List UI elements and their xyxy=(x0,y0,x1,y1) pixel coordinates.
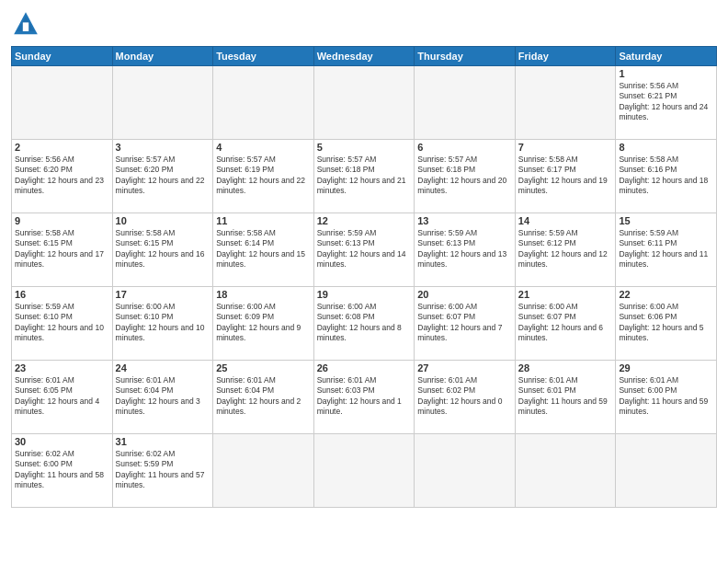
day-number: 31 xyxy=(116,436,210,447)
calendar-cell xyxy=(515,66,616,140)
calendar-cell: 28Sunrise: 6:01 AM Sunset: 6:01 PM Dayli… xyxy=(515,361,616,434)
day-number: 2 xyxy=(15,142,109,153)
calendar-week-row: 9Sunrise: 5:58 AM Sunset: 6:15 PM Daylig… xyxy=(12,213,717,287)
page: SundayMondayTuesdayWednesdayThursdayFrid… xyxy=(0,0,728,563)
weekday-header: Sunday xyxy=(12,47,113,66)
day-number: 7 xyxy=(518,142,613,153)
day-number: 24 xyxy=(116,362,210,373)
calendar-cell: 14Sunrise: 5:59 AM Sunset: 6:12 PM Dayli… xyxy=(515,213,616,287)
day-number: 27 xyxy=(417,362,512,373)
calendar-cell: 30Sunrise: 6:02 AM Sunset: 6:00 PM Dayli… xyxy=(12,434,113,508)
day-number: 23 xyxy=(15,362,109,373)
calendar-cell: 6Sunrise: 5:57 AM Sunset: 6:18 PM Daylig… xyxy=(415,140,516,213)
day-info: Sunrise: 6:00 AM Sunset: 6:08 PM Dayligh… xyxy=(317,302,412,344)
day-info: Sunrise: 5:57 AM Sunset: 6:20 PM Dayligh… xyxy=(116,155,210,197)
day-number: 28 xyxy=(518,362,613,373)
day-info: Sunrise: 5:58 AM Sunset: 6:15 PM Dayligh… xyxy=(15,228,109,270)
calendar-week-row: 1Sunrise: 5:56 AM Sunset: 6:21 PM Daylig… xyxy=(12,66,717,140)
calendar-cell xyxy=(415,66,516,140)
header xyxy=(11,9,717,39)
calendar-cell xyxy=(112,66,213,140)
weekday-header: Tuesday xyxy=(213,47,314,66)
calendar-week-row: 16Sunrise: 5:59 AM Sunset: 6:10 PM Dayli… xyxy=(12,287,717,361)
day-info: Sunrise: 5:57 AM Sunset: 6:19 PM Dayligh… xyxy=(216,155,311,197)
day-number: 30 xyxy=(15,436,109,447)
day-number: 6 xyxy=(417,142,512,153)
calendar-cell: 17Sunrise: 6:00 AM Sunset: 6:10 PM Dayli… xyxy=(112,287,213,361)
day-number: 21 xyxy=(518,289,613,300)
day-number: 22 xyxy=(619,289,713,300)
day-number: 1 xyxy=(619,68,713,79)
calendar-cell: 23Sunrise: 6:01 AM Sunset: 6:05 PM Dayli… xyxy=(12,361,113,434)
calendar: SundayMondayTuesdayWednesdayThursdayFrid… xyxy=(11,46,717,508)
day-info: Sunrise: 6:00 AM Sunset: 6:07 PM Dayligh… xyxy=(518,302,613,344)
day-info: Sunrise: 6:02 AM Sunset: 6:00 PM Dayligh… xyxy=(15,449,109,491)
calendar-cell: 25Sunrise: 6:01 AM Sunset: 6:04 PM Dayli… xyxy=(213,361,314,434)
day-number: 10 xyxy=(116,215,210,226)
day-number: 19 xyxy=(317,289,412,300)
calendar-cell: 22Sunrise: 6:00 AM Sunset: 6:06 PM Dayli… xyxy=(616,287,717,361)
calendar-cell: 1Sunrise: 5:56 AM Sunset: 6:21 PM Daylig… xyxy=(616,66,717,140)
day-number: 18 xyxy=(216,289,311,300)
day-info: Sunrise: 5:57 AM Sunset: 6:18 PM Dayligh… xyxy=(417,155,512,197)
logo-icon xyxy=(11,9,40,39)
calendar-cell: 19Sunrise: 6:00 AM Sunset: 6:08 PM Dayli… xyxy=(313,287,415,361)
day-number: 4 xyxy=(216,142,311,153)
calendar-cell: 18Sunrise: 6:00 AM Sunset: 6:09 PM Dayli… xyxy=(213,287,314,361)
day-info: Sunrise: 5:59 AM Sunset: 6:11 PM Dayligh… xyxy=(619,228,713,270)
day-number: 14 xyxy=(518,215,613,226)
svg-rect-2 xyxy=(23,22,28,31)
weekday-header-row: SundayMondayTuesdayWednesdayThursdayFrid… xyxy=(12,47,717,66)
calendar-cell: 15Sunrise: 5:59 AM Sunset: 6:11 PM Dayli… xyxy=(616,213,717,287)
calendar-cell: 4Sunrise: 5:57 AM Sunset: 6:19 PM Daylig… xyxy=(213,140,314,213)
day-number: 20 xyxy=(417,289,512,300)
calendar-cell: 21Sunrise: 6:00 AM Sunset: 6:07 PM Dayli… xyxy=(515,287,616,361)
day-info: Sunrise: 6:02 AM Sunset: 5:59 PM Dayligh… xyxy=(116,449,210,491)
day-number: 13 xyxy=(417,215,512,226)
day-info: Sunrise: 5:59 AM Sunset: 6:12 PM Dayligh… xyxy=(518,228,613,270)
day-info: Sunrise: 6:01 AM Sunset: 6:02 PM Dayligh… xyxy=(417,375,512,418)
calendar-cell: 27Sunrise: 6:01 AM Sunset: 6:02 PM Dayli… xyxy=(415,361,516,434)
day-info: Sunrise: 5:56 AM Sunset: 6:21 PM Dayligh… xyxy=(619,81,713,123)
weekday-header: Monday xyxy=(112,47,213,66)
calendar-cell: 10Sunrise: 5:58 AM Sunset: 6:15 PM Dayli… xyxy=(112,213,213,287)
day-info: Sunrise: 5:58 AM Sunset: 6:15 PM Dayligh… xyxy=(116,228,210,270)
day-info: Sunrise: 6:00 AM Sunset: 6:06 PM Dayligh… xyxy=(619,302,713,344)
calendar-cell xyxy=(313,66,415,140)
logo xyxy=(11,9,44,39)
day-info: Sunrise: 5:58 AM Sunset: 6:16 PM Dayligh… xyxy=(619,155,713,197)
day-info: Sunrise: 5:58 AM Sunset: 6:14 PM Dayligh… xyxy=(216,228,311,270)
calendar-cell: 8Sunrise: 5:58 AM Sunset: 6:16 PM Daylig… xyxy=(616,140,717,213)
day-info: Sunrise: 5:59 AM Sunset: 6:13 PM Dayligh… xyxy=(417,228,512,270)
day-number: 25 xyxy=(216,362,311,373)
day-number: 9 xyxy=(15,215,109,226)
day-info: Sunrise: 5:59 AM Sunset: 6:13 PM Dayligh… xyxy=(317,228,412,270)
calendar-week-row: 23Sunrise: 6:01 AM Sunset: 6:05 PM Dayli… xyxy=(12,361,717,434)
day-number: 17 xyxy=(116,289,210,300)
calendar-cell: 20Sunrise: 6:00 AM Sunset: 6:07 PM Dayli… xyxy=(415,287,516,361)
calendar-cell xyxy=(12,66,113,140)
calendar-cell: 13Sunrise: 5:59 AM Sunset: 6:13 PM Dayli… xyxy=(415,213,516,287)
calendar-cell: 29Sunrise: 6:01 AM Sunset: 6:00 PM Dayli… xyxy=(616,361,717,434)
weekday-header: Saturday xyxy=(616,47,717,66)
calendar-cell xyxy=(515,434,616,508)
calendar-cell: 9Sunrise: 5:58 AM Sunset: 6:15 PM Daylig… xyxy=(12,213,113,287)
day-number: 12 xyxy=(317,215,412,226)
calendar-cell xyxy=(213,434,314,508)
calendar-week-row: 30Sunrise: 6:02 AM Sunset: 6:00 PM Dayli… xyxy=(12,434,717,508)
day-number: 3 xyxy=(116,142,210,153)
weekday-header: Wednesday xyxy=(313,47,415,66)
day-number: 8 xyxy=(619,142,713,153)
day-info: Sunrise: 6:01 AM Sunset: 6:04 PM Dayligh… xyxy=(116,375,210,418)
weekday-header: Friday xyxy=(515,47,616,66)
day-info: Sunrise: 5:58 AM Sunset: 6:17 PM Dayligh… xyxy=(518,155,613,197)
day-info: Sunrise: 6:01 AM Sunset: 6:00 PM Dayligh… xyxy=(619,375,713,418)
calendar-cell: 5Sunrise: 5:57 AM Sunset: 6:18 PM Daylig… xyxy=(313,140,415,213)
calendar-cell: 12Sunrise: 5:59 AM Sunset: 6:13 PM Dayli… xyxy=(313,213,415,287)
calendar-cell xyxy=(415,434,516,508)
day-number: 16 xyxy=(15,289,109,300)
calendar-cell: 26Sunrise: 6:01 AM Sunset: 6:03 PM Dayli… xyxy=(313,361,415,434)
calendar-cell xyxy=(213,66,314,140)
day-info: Sunrise: 6:00 AM Sunset: 6:10 PM Dayligh… xyxy=(116,302,210,344)
day-info: Sunrise: 6:00 AM Sunset: 6:07 PM Dayligh… xyxy=(417,302,512,344)
